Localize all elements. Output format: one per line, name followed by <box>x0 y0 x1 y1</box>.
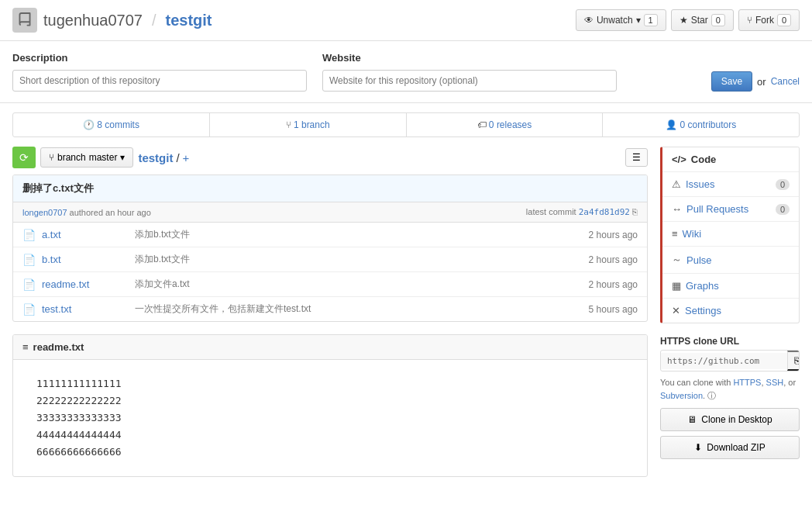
sidebar-item-settings[interactable]: ✕ Settings <box>662 299 799 323</box>
header-actions: 👁 Unwatch ▾ 1 ★ Star 0 ⑂ Fork 0 <box>576 9 800 31</box>
unwatch-button[interactable]: 👁 Unwatch ▾ 1 <box>576 9 666 31</box>
sidebar-item-issues[interactable]: ⚠ Issues 0 <box>662 172 799 197</box>
ssh-link[interactable]: SSH <box>766 378 784 387</box>
content-area: ⟳ ⑂ branch master ▾ testgit / + ☰ 删掉了c.t… <box>12 147 648 477</box>
repo-name: testgit <box>165 12 212 29</box>
cancel-link[interactable]: Cancel <box>771 76 800 87</box>
clone-hint: You can clone with HTTPS, SSH, or Subver… <box>660 376 800 402</box>
stats-bar: 🕐 8 commits ⑂ 1 branch 🏷 0 releases 👤 0 … <box>12 112 800 137</box>
website-group: Website <box>322 52 617 92</box>
file-icon: 📄 <box>22 278 36 291</box>
fork-icon: ⑂ <box>747 15 752 26</box>
commits-stat[interactable]: 🕐 8 commits <box>13 113 210 137</box>
repo-title: tugenhua0707 / testgit <box>12 8 212 33</box>
save-button[interactable]: Save <box>711 71 752 92</box>
sidebar-item-pulse[interactable]: ～ Pulse <box>662 247 799 274</box>
readme-line-1: 11111111111111 <box>36 375 624 392</box>
settings-icon: ✕ <box>672 305 680 316</box>
file-commit-msg: 添加文件a.txt <box>135 278 589 291</box>
star-button[interactable]: ★ Star 0 <box>671 9 734 31</box>
repo-toolbar: ⟳ ⑂ branch master ▾ testgit / + ☰ <box>12 147 648 168</box>
contributors-link[interactable]: 0 contributors <box>680 119 736 130</box>
releases-stat[interactable]: 🏷 0 releases <box>407 113 604 137</box>
issues-badge: 0 <box>776 179 790 190</box>
table-row: 📄 test.txt 一次性提交所有文件，包括新建文件test.txt 5 ho… <box>13 297 647 321</box>
file-name-link[interactable]: a.txt <box>42 229 135 240</box>
pull-requests-badge: 0 <box>776 204 790 215</box>
contributors-stat[interactable]: 👤 0 contributors <box>603 113 799 137</box>
readme-header: ≡ readme.txt <box>13 335 647 360</box>
clone-section: HTTPS clone URL ⎘ You can clone with HTT… <box>660 336 800 459</box>
clone-label: HTTPS clone URL <box>660 336 800 347</box>
file-commit-msg: 一次性提交所有文件，包括新建文件test.txt <box>135 302 589 316</box>
add-path-button[interactable]: + <box>183 151 190 164</box>
fork-count: 0 <box>777 14 791 26</box>
readme-title: readme.txt <box>33 341 84 353</box>
repo-path: testgit / + <box>138 151 189 164</box>
eye-icon: 👁 <box>584 15 594 26</box>
branch-icon: ⑂ <box>49 152 54 163</box>
list-view-button[interactable]: ☰ <box>625 148 648 167</box>
copy-icon[interactable]: ⎘ <box>632 207 638 216</box>
pulse-icon: ～ <box>672 253 682 267</box>
file-name-link[interactable]: readme.txt <box>42 278 135 290</box>
clone-desktop-button[interactable]: 🖥 Clone in Desktop <box>660 408 800 431</box>
file-time: 5 hours ago <box>589 304 638 315</box>
issues-link[interactable]: Issues <box>686 178 771 190</box>
pull-requests-link[interactable]: Pull Requests <box>686 203 771 215</box>
download-zip-button[interactable]: ⬇ Download ZIP <box>660 436 800 459</box>
sync-button[interactable]: ⟳ <box>12 147 36 168</box>
sidebar-item-code[interactable]: </> Code <box>660 147 799 172</box>
commits-link[interactable]: 8 commits <box>97 119 139 130</box>
branches-stat[interactable]: ⑂ 1 branch <box>210 113 407 137</box>
sidebar-item-pull-requests[interactable]: ↔ Pull Requests 0 <box>662 197 799 222</box>
wiki-link[interactable]: Wiki <box>683 228 790 240</box>
or-text: or <box>757 76 766 88</box>
repo-path-name: testgit <box>138 151 173 164</box>
clone-copy-button[interactable]: ⎘ <box>787 351 800 371</box>
releases-link[interactable]: 0 releases <box>489 119 532 130</box>
clone-url-box: ⎘ <box>660 350 800 371</box>
readme-box: ≡ readme.txt 11111111111111 222222222222… <box>12 334 648 477</box>
file-icon: 📄 <box>22 254 36 266</box>
path-slash: / <box>176 151 179 164</box>
zip-icon: ⬇ <box>694 442 702 453</box>
repo-icon <box>12 8 37 33</box>
website-input[interactable] <box>322 70 617 92</box>
sidebar-menu: </> Code ⚠ Issues 0 ↔ Pull Requests 0 ≡ … <box>660 147 800 323</box>
file-time: 2 hours ago <box>589 279 638 290</box>
page-header: tugenhua0707 / testgit 👁 Unwatch ▾ 1 ★ S… <box>0 0 812 41</box>
commits-icon: 🕐 <box>83 119 97 130</box>
releases-icon: 🏷 <box>477 119 489 130</box>
website-label: Website <box>322 52 617 64</box>
pulse-link[interactable]: Pulse <box>686 254 790 266</box>
file-name-link[interactable]: b.txt <box>42 254 135 265</box>
file-name-link[interactable]: test.txt <box>42 303 135 315</box>
https-link[interactable]: HTTPS <box>733 378 761 387</box>
sidebar: </> Code ⚠ Issues 0 ↔ Pull Requests 0 ≡ … <box>660 147 800 477</box>
sidebar-item-graphs[interactable]: ▦ Graphs <box>662 274 799 299</box>
readme-line-4: 44444444444444 <box>36 427 624 444</box>
repo-owner: tugenhua0707 <box>43 12 143 29</box>
subversion-link[interactable]: Subversion <box>660 391 703 400</box>
branch-dropdown[interactable]: ⑂ branch master ▾ <box>40 147 133 168</box>
code-icon: </> <box>672 154 686 165</box>
file-time: 2 hours ago <box>589 230 638 240</box>
settings-link[interactable]: Settings <box>685 305 790 316</box>
readme-line-5: 66666666666666 <box>36 444 624 461</box>
commit-author-link[interactable]: longen0707 <box>22 208 67 217</box>
fork-button[interactable]: ⑂ Fork 0 <box>738 9 800 31</box>
commit-hash-link[interactable]: 2a4fd81d92 <box>579 207 630 217</box>
star-count: 0 <box>711 14 725 26</box>
commit-author-info: longen0707 authored an hour ago <box>22 208 151 217</box>
description-input[interactable] <box>12 70 307 92</box>
sidebar-item-wiki[interactable]: ≡ Wiki <box>662 222 799 247</box>
table-row: 📄 b.txt 添加b.txt文件 2 hours ago <box>13 247 647 272</box>
readme-content: 11111111111111 22222222222222 3333333333… <box>13 360 647 476</box>
branches-link[interactable]: 1 branch <box>294 119 330 130</box>
desktop-icon: 🖥 <box>687 414 697 425</box>
graphs-link[interactable]: Graphs <box>686 280 790 292</box>
clone-url-input[interactable] <box>661 353 787 369</box>
repo-slash: / <box>152 12 157 29</box>
file-commit-msg: 添加b.txt文件 <box>135 253 589 266</box>
